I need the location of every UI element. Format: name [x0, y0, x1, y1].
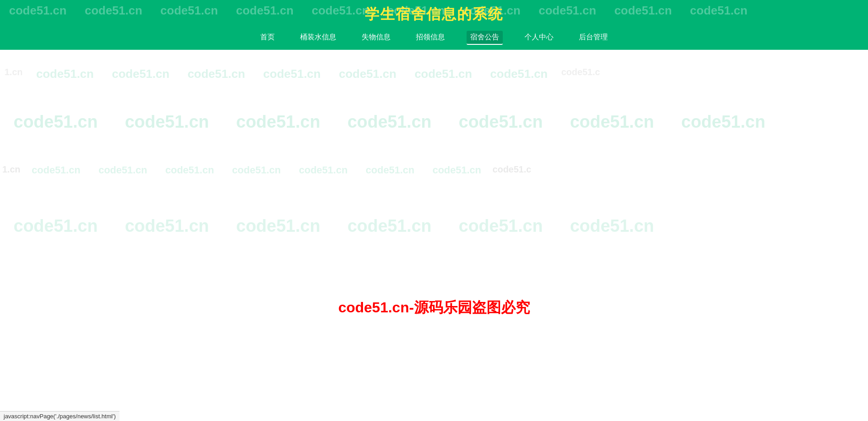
nav-notice[interactable]: 宿舍公告 — [467, 31, 503, 45]
white-section-2: code51.cn code51.cn code51.cn code51.cn … — [0, 95, 868, 149]
nav-profile[interactable]: 个人中心 — [521, 31, 557, 45]
main-content-area: code51.cn code51.cn code51.cn code51.cn … — [0, 195, 868, 421]
nav-found[interactable]: 招领信息 — [412, 31, 448, 45]
nav-home[interactable]: 首页 — [257, 31, 278, 45]
status-bar: javascript:navPage('./pages/news/list.ht… — [0, 411, 119, 421]
nav-lost[interactable]: 失物信息 — [358, 31, 394, 45]
nav-water[interactable]: 桶装水信息 — [296, 31, 340, 45]
top-green-band: code51.cncode51.cncode51.cncode51.cncode… — [0, 0, 868, 50]
white-section-3: 1.cn code51.cn code51.cn code51.cn code5… — [0, 149, 868, 195]
site-title: 学生宿舍信息的系统 — [0, 5, 868, 24]
copyright-text: code51.cn-源码乐园盗图必究 — [0, 298, 868, 318]
main-nav: 首页 桶装水信息 失物信息 招领信息 宿舍公告 个人中心 后台管理 — [0, 31, 868, 48]
white-section-1: 1.cn code51.cn code51.cn code51.cn code5… — [0, 50, 868, 95]
nav-admin[interactable]: 后台管理 — [575, 31, 611, 45]
